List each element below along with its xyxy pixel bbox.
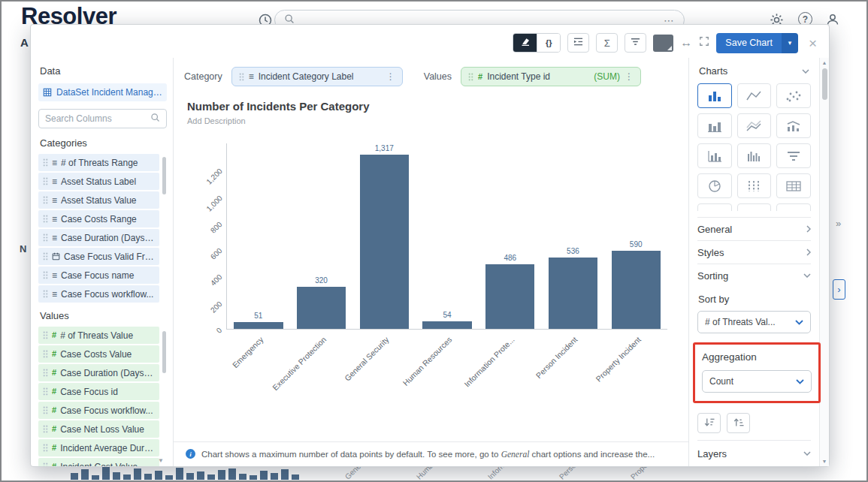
- category-item-label: # of Threats Range: [61, 158, 155, 168]
- drag-handle-icon: [43, 425, 48, 433]
- chart-type-scatter[interactable]: [776, 83, 811, 108]
- list-icon: ≡: [52, 233, 57, 243]
- filter-button[interactable]: [625, 33, 646, 53]
- value-item[interactable]: ## of Threats Value: [38, 327, 159, 344]
- bar-value-label: 320: [315, 276, 328, 285]
- data-panel-title: Data: [40, 65, 167, 77]
- sigma-button[interactable]: Σ: [596, 33, 618, 53]
- category-item[interactable]: ≡# of Threats Range: [38, 154, 159, 171]
- section-layers[interactable]: Layers: [697, 440, 811, 466]
- bar[interactable]: [234, 322, 283, 329]
- background-bar: [176, 468, 183, 480]
- color-swatch-button[interactable]: [653, 35, 673, 52]
- chart-type-pie[interactable]: [697, 173, 732, 198]
- drag-handle-icon: [43, 290, 48, 298]
- chart-description-placeholder[interactable]: Add Description: [187, 116, 675, 125]
- search-columns-input[interactable]: [45, 113, 146, 124]
- save-chart-dropdown[interactable]: ▾: [782, 33, 798, 53]
- section-general[interactable]: General: [697, 217, 811, 240]
- value-item[interactable]: #Case Net Loss Value: [38, 420, 159, 438]
- section-styles[interactable]: Styles: [697, 240, 811, 264]
- chart-type-bar[interactable]: [697, 83, 732, 108]
- drag-handle-icon[interactable]: [239, 73, 244, 81]
- panel-expander-chevron[interactable]: ›: [833, 279, 845, 300]
- scrollbar-thumb[interactable]: [162, 331, 166, 373]
- save-chart-button[interactable]: Save Chart: [716, 33, 782, 53]
- bar[interactable]: [549, 258, 597, 329]
- drag-handle-icon[interactable]: [468, 73, 473, 81]
- hash-icon: #: [52, 406, 56, 414]
- close-modal-button[interactable]: ×: [809, 36, 817, 50]
- bar[interactable]: [422, 321, 471, 329]
- chart-type-multiline[interactable]: [737, 113, 772, 138]
- value-item[interactable]: #Incident Cost Value: [38, 458, 159, 466]
- chart-type-extra2[interactable]: [737, 203, 772, 211]
- category-item[interactable]: ≡Case Focus name: [38, 267, 159, 284]
- value-item-label: Case Net Loss Value: [60, 424, 155, 435]
- value-item-label: Incident Cost Value: [60, 462, 155, 467]
- list-icon: ≡: [52, 271, 57, 280]
- category-item[interactable]: ≡Asset Status Label: [38, 173, 159, 190]
- drag-handle-icon: [43, 177, 48, 185]
- sort-ascending-button[interactable]: [727, 413, 750, 433]
- bar[interactable]: [612, 251, 661, 329]
- chart-type-extra3[interactable]: [776, 203, 811, 211]
- fullscreen-button[interactable]: [699, 36, 709, 50]
- aggregation-select[interactable]: Count: [702, 370, 812, 393]
- label-mode-button[interactable]: [513, 34, 537, 52]
- indent-button[interactable]: [567, 33, 589, 53]
- background-bar: [228, 468, 236, 480]
- scrollbar-thumb[interactable]: [162, 157, 166, 194]
- value-item[interactable]: #Case Focus id: [38, 383, 159, 400]
- value-item[interactable]: #Case Focus workflow...: [38, 402, 159, 419]
- dataset-item[interactable]: DataSet Incident Managem...: [38, 83, 167, 101]
- dataset-grid-icon: [43, 88, 52, 97]
- braces-mode-button[interactable]: {}: [537, 34, 560, 52]
- background-mini-chart: [71, 467, 299, 480]
- kebab-menu-icon[interactable]: ⋮: [625, 71, 634, 82]
- bar[interactable]: [297, 287, 346, 329]
- chart-type-line[interactable]: [737, 83, 772, 108]
- value-item[interactable]: #Case Costs Value: [38, 345, 159, 363]
- chart-type-extra1[interactable]: [697, 203, 732, 211]
- category-item[interactable]: ≡Case Focus workflow...: [38, 285, 159, 303]
- value-item[interactable]: #Incident Average Dura...: [38, 439, 159, 456]
- category-item-label: Asset Status Value: [61, 195, 155, 206]
- category-pill[interactable]: ≡ Incident Category Label ⋮: [231, 67, 403, 86]
- chart-bar-slot: 536Person Incident: [542, 143, 605, 329]
- sort-by-select[interactable]: # of Threats Val...: [697, 311, 811, 333]
- chart-type-funnel[interactable]: [776, 143, 811, 168]
- modal-scrollbar[interactable]: ▲ ▼: [819, 58, 829, 466]
- bar[interactable]: [360, 155, 409, 329]
- x-axis-label: Person Incident: [534, 335, 579, 380]
- chevron-down-icon: [796, 379, 804, 384]
- sidebar-scroll-down-icon[interactable]: ▼: [158, 457, 164, 464]
- chart-type-boxplot[interactable]: [737, 173, 772, 198]
- category-item[interactable]: ≡Asset Status Value: [38, 191, 159, 209]
- charts-section-header[interactable]: Charts: [697, 64, 811, 83]
- sort-descending-button[interactable]: [697, 413, 721, 433]
- bar-value-label: 590: [630, 240, 643, 249]
- chart-type-combo[interactable]: [776, 113, 811, 138]
- kebab-menu-icon[interactable]: ⋮: [386, 71, 395, 82]
- chart-type-dense-bars[interactable]: [737, 143, 772, 168]
- scroll-down-icon[interactable]: ▼: [820, 459, 829, 464]
- chart-type-table[interactable]: [776, 173, 811, 198]
- value-item[interactable]: #Case Duration (Days) ...: [38, 364, 159, 381]
- category-item[interactable]: ≡Case Duration (Days) ...: [38, 229, 159, 246]
- column-chart-icon: [706, 119, 724, 133]
- chart-title[interactable]: Number of Incidents Per Category: [187, 100, 675, 113]
- chart-type-pareto[interactable]: [697, 143, 732, 168]
- sort-amount-down-icon: [703, 417, 715, 430]
- scrollbar-thumb[interactable]: [822, 68, 827, 100]
- category-item[interactable]: ≡Case Costs Range: [38, 210, 159, 227]
- scroll-up-icon[interactable]: ▲: [820, 60, 829, 65]
- section-sorting[interactable]: Sorting: [697, 264, 811, 287]
- category-item[interactable]: Case Focus Valid From: [38, 248, 159, 265]
- dense-bars-chart-icon: [745, 149, 763, 163]
- column-search[interactable]: [38, 109, 167, 128]
- chart-type-column[interactable]: [697, 113, 732, 138]
- fit-width-button[interactable]: ↔: [680, 36, 692, 50]
- values-pill[interactable]: # Incident Type id (SUM) ⋮: [461, 67, 641, 86]
- bar[interactable]: [485, 264, 534, 329]
